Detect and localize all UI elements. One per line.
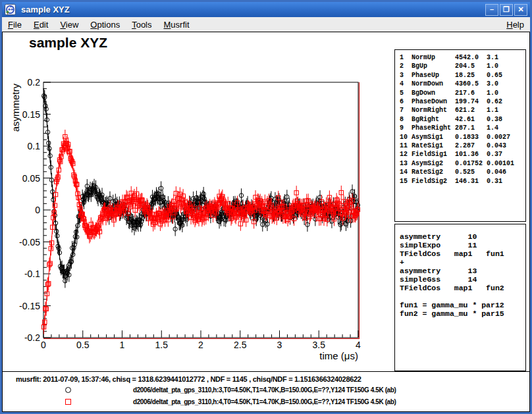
param-row: 12 FieldSig1 101.36 0.37	[400, 150, 525, 159]
svg-text:0: 0	[41, 340, 46, 350]
minimize-icon[interactable]: –	[485, 4, 498, 16]
svg-text:4: 4	[356, 340, 361, 350]
param-row: 1 NormUp 4542.0 3.1	[400, 53, 525, 62]
param-row: 10 AsymSig1 0.1833 0.0027	[400, 133, 525, 142]
theory-block: asymmetry 10 simplExpo 11 TFieldCos map1…	[394, 224, 526, 371]
menu-musrfit[interactable]: Musrfit	[158, 18, 196, 31]
svg-text:1: 1	[120, 340, 125, 350]
param-row: 7 NormRight 621.2 1.1	[400, 106, 525, 115]
fit-curve-1	[43, 88, 358, 275]
root-app-icon: ++	[5, 4, 16, 15]
param-row: 11 RateSig1 2.287 0.043	[400, 142, 525, 150]
svg-text:0: 0	[35, 205, 40, 215]
svg-text:3.5: 3.5	[313, 340, 326, 350]
svg-text:0.15: 0.15	[22, 109, 40, 120]
y-axis-title: asymmetry	[10, 84, 21, 132]
menu-edit[interactable]: Edit	[28, 18, 54, 31]
window-title: sample XYZ	[21, 5, 485, 14]
svg-text:0.1: 0.1	[28, 141, 41, 151]
legend-entry-2: d2006/deltat_pta_gps_3110,h:4,T0=4.50K,T…	[3, 398, 529, 407]
theory-text: asymmetry 10 simplExpo 11 TFieldCos map1…	[400, 232, 525, 318]
menu-file[interactable]: File	[2, 18, 28, 31]
close-icon[interactable]: ✕	[514, 4, 527, 16]
svg-text:1.5: 1.5	[155, 340, 169, 350]
legend-label-1: d2006/deltat_pta_gps_3110,h:3,T0=4.50K,T…	[133, 386, 396, 394]
svg-text:-0.2: -0.2	[24, 332, 40, 343]
param-row: 6 PhaseDown 199.74 0.62	[400, 97, 525, 106]
svg-text:++: ++	[8, 7, 13, 12]
title-bar[interactable]: ++ sample XYZ – ❐ ✕	[2, 2, 530, 17]
param-row: 8 BgRight 42.61 0.38	[400, 115, 525, 124]
svg-text:0.2: 0.2	[28, 77, 41, 88]
param-row: 15 FieldSig2 146.31 0.31	[400, 177, 525, 186]
footer-divider	[3, 371, 529, 372]
fit-statistics: musrfit: 2011-07-09, 15:37:46, chisq = 1…	[16, 375, 361, 383]
svg-text:-0.05: -0.05	[19, 237, 40, 247]
param-row: 13 AsymSig2 0.01752 0.00101	[400, 159, 525, 168]
legend-entry-1: d2006/deltat_pta_gps_3110,h:3,T0=4.50K,T…	[3, 386, 529, 395]
svg-text:2.5: 2.5	[234, 340, 247, 350]
svg-text:-0.1: -0.1	[24, 269, 40, 279]
circle-marker-icon	[65, 387, 71, 393]
fit-curve-2	[43, 144, 358, 330]
svg-text:0.5: 0.5	[76, 340, 90, 350]
menu-bar: File Edit View Options Tools Musrfit Hel…	[2, 17, 530, 32]
maximize-icon[interactable]: ❐	[500, 4, 513, 16]
app-window: ++ sample XYZ – ❐ ✕ File Edit View Optio…	[0, 0, 532, 414]
menu-options[interactable]: Options	[84, 18, 126, 31]
x-axis-title: time (μs)	[319, 350, 358, 361]
svg-text:2: 2	[198, 340, 203, 350]
param-row: 4 NormDown 4360.5 3.0	[400, 80, 525, 88]
svg-text:-0.15: -0.15	[19, 301, 40, 311]
param-row: 3 PhaseUp 18.25 0.65	[400, 71, 525, 80]
param-row: 9 PhaseRight 287.1 1.4	[400, 124, 525, 132]
param-row: 5 BgDown 217.6 1.0	[400, 89, 525, 97]
menu-tools[interactable]: Tools	[126, 18, 157, 31]
param-row: 14 RateSig2 0.525 0.046	[400, 168, 525, 176]
legend-label-2: d2006/deltat_pta_gps_3110,h:4,T0=4.50K,T…	[133, 398, 396, 405]
param-row: 2 BgUp 204.5 1.0	[400, 62, 525, 70]
menu-view[interactable]: View	[54, 18, 84, 31]
root-canvas: sample XYZ time (μs) asymmetry 00.511.52…	[2, 32, 530, 412]
svg-text:3: 3	[277, 340, 282, 350]
parameter-table: 1 NormUp 4542.0 3.12 BgUp 204.5 1.03 Pha…	[394, 49, 526, 222]
square-marker-icon	[65, 399, 71, 405]
menu-help[interactable]: Help	[500, 18, 530, 31]
svg-text:0.05: 0.05	[22, 173, 40, 184]
